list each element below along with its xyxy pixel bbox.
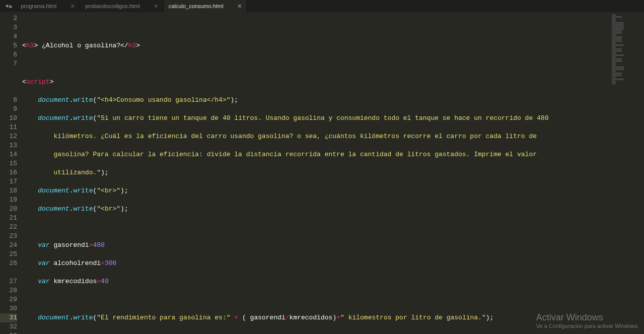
line-num: 8 — [0, 96, 17, 105]
line-num: 13 — [0, 141, 17, 150]
line-num — [0, 69, 17, 78]
code-line: <h3> ¿Alcohol o gasolina?</h3> — [22, 41, 644, 50]
line-num: 9 — [0, 105, 17, 114]
line-num: 17 — [0, 177, 17, 186]
close-icon[interactable]: × — [70, 2, 75, 10]
line-num: 19 — [0, 195, 17, 205]
tab-probandocodigos[interactable]: probandocodigos.html × — [80, 0, 163, 12]
line-num: 22 — [0, 223, 17, 232]
tab-programa[interactable]: programa.html × — [16, 0, 80, 12]
minimap-content — [609, 12, 644, 87]
line-num — [0, 78, 17, 87]
line-num: 28 — [0, 286, 17, 295]
code-line: kilómetros. ¿Cuál es la eficiencia del c… — [22, 132, 644, 141]
line-num: 2 — [0, 14, 17, 23]
line-num: 12 — [0, 132, 17, 141]
tab-bar: ◄ ▶ programa.html × probandocodigos.html… — [0, 0, 644, 12]
code-line — [22, 23, 644, 32]
code-line: document.write("<br>"); — [22, 205, 644, 214]
code-line — [22, 223, 644, 232]
code-line: document.write("El rendimiento para gaso… — [22, 313, 644, 322]
code-line: document.write("<br>"); — [22, 186, 644, 195]
code-line: var gasorendi=480 — [22, 241, 644, 250]
line-num: 6 — [0, 50, 17, 59]
code-line: document.write("Si un carro tiene un tan… — [22, 114, 644, 123]
line-num: 24 — [0, 241, 17, 250]
code-line — [22, 331, 644, 334]
line-num: 10 — [0, 114, 17, 123]
code-line: gasolina? Para calcular la eficiencia: d… — [22, 150, 644, 159]
tab-label: probandocodigos.html — [85, 3, 139, 9]
line-num: 30 — [0, 304, 17, 313]
line-num: 21 — [0, 214, 17, 223]
close-icon[interactable]: × — [238, 2, 242, 10]
line-num: 5 — [0, 41, 17, 50]
line-num: 20 — [0, 205, 17, 214]
line-num: 11 — [0, 123, 17, 132]
code-area[interactable]: <h3> ¿Alcohol o gasolina?</h3> <script> … — [22, 12, 644, 334]
gutter: 2 3 4 5 6 7 8 9 10 11 12 13 14 15 16 17 … — [0, 12, 22, 334]
line-num: 29 — [0, 295, 17, 304]
line-num: 18 — [0, 186, 17, 195]
line-num: 33 — [0, 331, 17, 334]
line-num: 32 — [0, 322, 17, 331]
line-num: 3 — [0, 23, 17, 32]
line-num — [0, 268, 17, 277]
code-line: document.write("<h4>Consumo usando gasol… — [22, 96, 644, 105]
tab-calculo-consumo[interactable]: calculo_consumo.html × — [164, 0, 247, 12]
nav-arrows: ◄ ▶ — [2, 3, 16, 10]
line-num: 7 — [0, 59, 17, 69]
nav-forward-icon[interactable]: ▶ — [10, 3, 13, 10]
line-num: 26 — [0, 259, 17, 268]
line-num: 14 — [0, 150, 17, 159]
line-num: 31 — [0, 313, 17, 322]
line-num: 16 — [0, 168, 17, 177]
minimap[interactable] — [609, 12, 644, 334]
line-num: 23 — [0, 232, 17, 241]
code-line: <script> — [22, 78, 644, 87]
line-num: 27 — [0, 277, 17, 286]
code-line: utilizando."); — [22, 168, 644, 177]
line-num: 15 — [0, 159, 17, 168]
code-line: var alcoholrendi=300 — [22, 259, 644, 268]
line-num: 25 — [0, 250, 17, 259]
tab-label: calculo_consumo.html — [169, 3, 224, 9]
code-line — [22, 59, 644, 69]
nav-back-icon[interactable]: ◄ — [5, 3, 9, 10]
editor[interactable]: 2 3 4 5 6 7 8 9 10 11 12 13 14 15 16 17 … — [0, 12, 644, 334]
line-num — [0, 87, 17, 96]
line-num: 4 — [0, 32, 17, 41]
code-line: var kmrecodidos=40 — [22, 277, 644, 286]
tab-label: programa.html — [21, 3, 56, 9]
close-icon[interactable]: × — [154, 2, 158, 10]
code-line — [22, 295, 644, 304]
